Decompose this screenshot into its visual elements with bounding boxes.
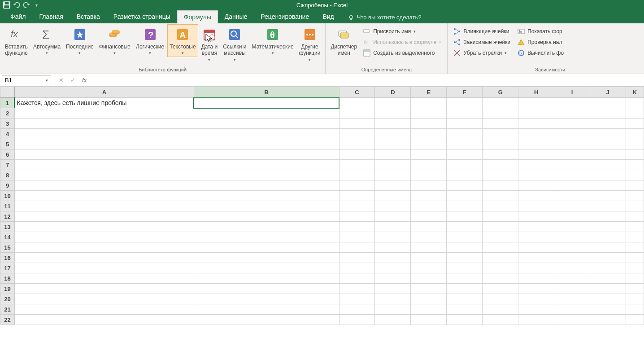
column-header-J[interactable]: J [590, 87, 626, 98]
qat-customize-icon[interactable]: ▾ [32, 1, 40, 9]
cell-G16[interactable] [483, 253, 518, 263]
cell-G18[interactable] [483, 273, 518, 284]
cell-B6[interactable] [194, 149, 339, 160]
cell-C13[interactable] [339, 222, 375, 232]
row-header-9[interactable]: 9 [0, 180, 15, 191]
cell-D16[interactable] [375, 253, 411, 263]
cell-F8[interactable] [447, 170, 483, 180]
cell-E20[interactable] [411, 294, 447, 304]
cell-K10[interactable] [626, 191, 644, 201]
tab-review[interactable]: Рецензирование [254, 10, 316, 23]
cell-C6[interactable] [339, 149, 375, 160]
cancel-icon[interactable]: ✕ [55, 75, 67, 85]
select-all-corner[interactable] [0, 87, 15, 98]
cell-I17[interactable] [554, 263, 590, 273]
lookup-button[interactable]: Ссылки и массивы ▾ [221, 24, 248, 64]
column-header-I[interactable]: I [554, 87, 590, 98]
logical-button[interactable]: ? Логические ▾ [134, 24, 166, 57]
save-icon[interactable] [3, 1, 11, 9]
error-checking-button[interactable]: ! Проверка нал [514, 37, 567, 48]
enter-icon[interactable]: ✓ [67, 75, 78, 85]
row-header-3[interactable]: 3 [0, 119, 15, 129]
cell-J1[interactable] [590, 98, 626, 108]
name-box[interactable]: B1 ▾ [2, 75, 51, 85]
cell-C21[interactable] [339, 304, 375, 315]
cell-A21[interactable] [14, 304, 194, 315]
trace-dependents-button[interactable]: Зависимые ячейки [450, 37, 513, 48]
tab-file[interactable]: Файл [4, 10, 32, 23]
cell-J2[interactable] [590, 108, 626, 119]
cell-F17[interactable] [447, 263, 483, 273]
cell-F6[interactable] [447, 149, 483, 160]
cell-J18[interactable] [590, 273, 626, 284]
row-header-22[interactable]: 22 [0, 315, 15, 325]
cell-J17[interactable] [590, 263, 626, 273]
column-header-D[interactable]: D [375, 87, 411, 98]
cell-I22[interactable] [554, 315, 590, 325]
cell-H6[interactable] [518, 149, 554, 160]
cell-I9[interactable] [554, 180, 590, 191]
cell-F22[interactable] [447, 315, 483, 325]
cell-A6[interactable] [14, 149, 194, 160]
create-from-selection-button[interactable]: Создать из выделенного [360, 48, 444, 58]
cell-H13[interactable] [518, 222, 554, 232]
cell-A16[interactable] [14, 253, 194, 263]
cell-J22[interactable] [590, 315, 626, 325]
cell-E7[interactable] [411, 160, 447, 170]
cell-G13[interactable] [483, 222, 518, 232]
cell-D14[interactable] [375, 232, 411, 242]
cell-K1[interactable] [626, 98, 644, 108]
cell-F20[interactable] [447, 294, 483, 304]
cell-G15[interactable] [483, 242, 518, 253]
undo-icon[interactable] [13, 1, 21, 9]
cell-E15[interactable] [411, 242, 447, 253]
cell-I1[interactable] [554, 98, 590, 108]
cell-C5[interactable] [339, 139, 375, 149]
cell-A19[interactable] [14, 284, 194, 294]
cell-A1[interactable]: Кажется, здесь есть лишние пробелы [14, 98, 194, 108]
cell-H16[interactable] [518, 253, 554, 263]
cell-D10[interactable] [375, 191, 411, 201]
cell-B2[interactable] [194, 108, 339, 119]
cell-G12[interactable] [483, 211, 518, 222]
cell-H7[interactable] [518, 160, 554, 170]
cell-F11[interactable] [447, 201, 483, 211]
cell-C4[interactable] [339, 129, 375, 139]
cell-E11[interactable] [411, 201, 447, 211]
chevron-down-icon[interactable]: ▾ [46, 78, 48, 83]
cell-K18[interactable] [626, 273, 644, 284]
cell-G5[interactable] [483, 139, 518, 149]
cell-A11[interactable] [14, 201, 194, 211]
cell-K5[interactable] [626, 139, 644, 149]
cell-A18[interactable] [14, 273, 194, 284]
cell-K11[interactable] [626, 201, 644, 211]
row-header-1[interactable]: 1 [0, 98, 15, 108]
row-header-18[interactable]: 18 [0, 273, 15, 284]
cell-D3[interactable] [375, 119, 411, 129]
cell-H14[interactable] [518, 232, 554, 242]
cell-K9[interactable] [626, 180, 644, 191]
cell-K21[interactable] [626, 304, 644, 315]
cell-F15[interactable] [447, 242, 483, 253]
cell-C17[interactable] [339, 263, 375, 273]
evaluate-formula-button[interactable]: fx Вычислить фо [514, 48, 567, 58]
cell-G1[interactable] [483, 98, 518, 108]
cell-J13[interactable] [590, 222, 626, 232]
cell-E18[interactable] [411, 273, 447, 284]
cell-H22[interactable] [518, 315, 554, 325]
cell-G19[interactable] [483, 284, 518, 294]
cell-E3[interactable] [411, 119, 447, 129]
cell-K7[interactable] [626, 160, 644, 170]
cell-E14[interactable] [411, 232, 447, 242]
column-header-G[interactable]: G [483, 87, 518, 98]
cell-B19[interactable] [194, 284, 339, 294]
cell-B8[interactable] [194, 170, 339, 180]
cell-K15[interactable] [626, 242, 644, 253]
name-manager-button[interactable]: Диспетчер имен [328, 24, 359, 58]
cell-A22[interactable] [14, 315, 194, 325]
tell-me-search[interactable]: Что вы хотите сделать? [348, 14, 422, 23]
cell-H9[interactable] [518, 180, 554, 191]
cell-D19[interactable] [375, 284, 411, 294]
tab-data[interactable]: Данные [218, 10, 254, 23]
cell-I19[interactable] [554, 284, 590, 294]
